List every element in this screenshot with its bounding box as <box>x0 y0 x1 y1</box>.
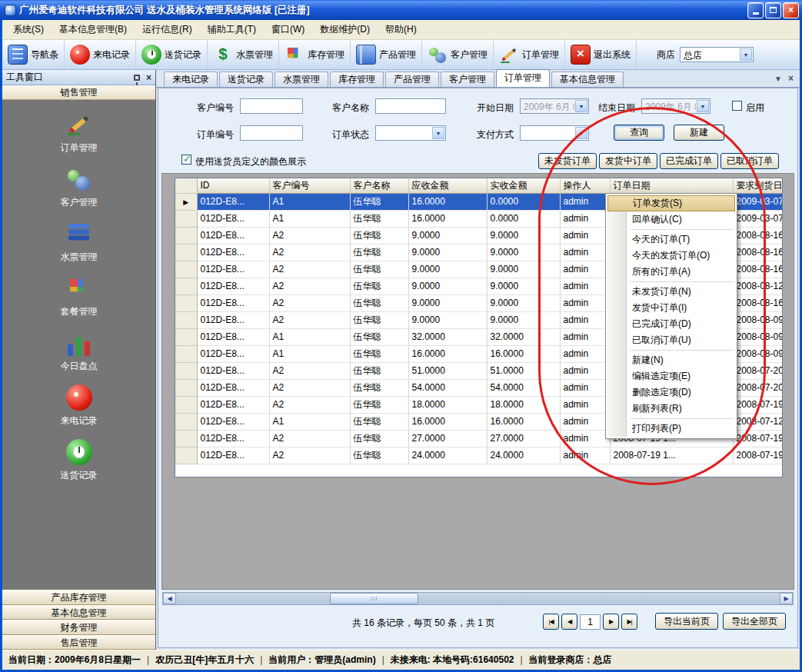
tab[interactable]: 水票管理 <box>275 72 328 87</box>
row-selector[interactable] <box>175 261 197 278</box>
row-selector[interactable] <box>175 413 197 430</box>
menu-item[interactable]: 系统(S) <box>5 20 52 39</box>
close-button[interactable]: × <box>783 2 799 18</box>
context-menu-item[interactable]: 刷新列表(R) <box>607 401 735 417</box>
sidebar-item[interactable]: 水票管理 <box>2 221 155 264</box>
minimize-button[interactable] <box>747 2 764 18</box>
context-menu-item[interactable]: 打印列表(P) <box>607 421 735 437</box>
menu-item[interactable]: 基本信息管理(B) <box>52 20 135 39</box>
column-header[interactable]: 实收金额 <box>487 178 560 193</box>
context-menu-item[interactable]: 未发货订单(N) <box>607 284 735 300</box>
sidebar-section-bar[interactable]: 基本信息管理 <box>2 605 155 620</box>
row-selector[interactable] <box>175 345 197 362</box>
toolbar-button[interactable]: 退出系统 <box>565 40 637 69</box>
column-header[interactable]: ID <box>197 178 269 193</box>
row-selector[interactable] <box>175 328 197 345</box>
enable-date-checkbox[interactable] <box>732 101 742 111</box>
new-button[interactable]: 新建 <box>674 125 724 141</box>
menu-item[interactable]: 辅助工具(T) <box>200 20 264 39</box>
sidebar-item[interactable]: 来电记录 <box>2 384 155 427</box>
menu-item[interactable]: 数据维护(D) <box>312 20 378 39</box>
column-header[interactable]: 要求到货日期 <box>733 178 783 193</box>
row-selector[interactable] <box>175 294 197 311</box>
pin-icon[interactable] <box>134 75 140 81</box>
prev-page-button[interactable]: ◀ <box>561 614 577 630</box>
tab[interactable]: 基本信息管理 <box>551 72 624 87</box>
menu-item[interactable]: 帮助(H) <box>378 20 424 39</box>
tab[interactable]: 库存管理 <box>330 72 384 87</box>
sidebar-section-bar[interactable]: 售后管理 <box>2 635 155 650</box>
order-status-select[interactable]: ▼ <box>375 125 446 141</box>
row-selector[interactable] <box>175 278 197 294</box>
toolbar-button[interactable]: 送货记录 <box>136 40 208 69</box>
menu-item[interactable]: 运行信息(R) <box>135 20 200 39</box>
status-filter-button[interactable]: 未发货订单 <box>538 153 597 169</box>
row-selector[interactable] <box>175 379 197 396</box>
sidebar-section-bar[interactable]: 产品库存管理 <box>2 590 155 605</box>
store-select[interactable]: 总店 ▼ <box>680 47 754 62</box>
end-date-picker[interactable]: 2009年 6月 8日 ▼ <box>641 98 710 114</box>
toolbar-button[interactable]: 来电记录 <box>65 40 136 69</box>
first-page-button[interactable]: |◀ <box>543 614 559 630</box>
context-menu-item[interactable]: 发货中订单(I) <box>607 300 735 316</box>
row-selector[interactable] <box>175 430 197 447</box>
row-selector[interactable] <box>175 447 197 464</box>
next-page-button[interactable]: ▶ <box>603 614 619 630</box>
column-header[interactable]: 订单日期 <box>610 178 733 193</box>
sidebar-item[interactable]: 客户管理 <box>2 166 155 209</box>
column-header[interactable]: 操作人 <box>560 178 610 193</box>
row-selector[interactable] <box>175 311 197 328</box>
page-number-input[interactable] <box>580 614 601 630</box>
row-selector[interactable] <box>175 227 197 244</box>
tab-scroll-icon[interactable]: ▼ <box>774 75 782 83</box>
row-selector[interactable] <box>175 193 197 210</box>
tab[interactable]: 订单管理 <box>496 69 550 87</box>
status-filter-button[interactable]: 已取消订单 <box>720 153 779 169</box>
sidebar-section-bar[interactable]: 财务管理 <box>2 620 155 635</box>
column-header[interactable]: 客户编号 <box>269 178 350 193</box>
sidebar-item[interactable]: 套餐管理 <box>2 275 155 318</box>
context-menu-item[interactable]: 今天的发货订单(O) <box>607 248 735 264</box>
toolbar-button[interactable]: 产品管理 <box>351 40 422 69</box>
last-page-button[interactable]: ▶| <box>621 614 637 630</box>
row-selector[interactable] <box>175 396 197 413</box>
start-date-picker[interactable]: 2009年 6月 8日 ▼ <box>520 98 589 114</box>
status-filter-button[interactable]: 已完成订单 <box>660 153 718 169</box>
context-menu-item[interactable]: 删除选定项(D) <box>607 384 735 401</box>
toolbar-button[interactable]: 导航条 <box>2 40 65 69</box>
sales-section-header[interactable]: 销售管理 <box>2 85 155 100</box>
context-menu-item[interactable]: 所有的订单(A) <box>607 264 735 280</box>
tab[interactable]: 送货记录 <box>219 72 273 87</box>
column-header[interactable]: 应收金额 <box>408 178 487 193</box>
column-header[interactable]: 客户名称 <box>350 178 408 193</box>
context-menu-item[interactable]: 回单确认(C) <box>607 211 735 228</box>
context-menu-item[interactable]: 新建(N) <box>607 352 735 368</box>
query-button[interactable]: 查询 <box>614 125 664 141</box>
customer-name-input[interactable] <box>375 98 446 114</box>
sidebar-item[interactable]: 送货记录 <box>2 439 155 482</box>
context-menu-item[interactable]: 编辑选定项(E) <box>607 368 735 384</box>
scrollbar-thumb[interactable] <box>330 593 418 604</box>
sidebar-close-icon[interactable]: × <box>146 72 151 83</box>
sidebar-item[interactable]: 今日盘点 <box>2 330 155 373</box>
context-menu-item[interactable]: 订单发货(S) <box>607 195 735 211</box>
context-menu-item[interactable]: 已取消订单(U) <box>607 332 735 348</box>
pay-method-select[interactable]: ▼ <box>520 125 589 141</box>
row-selector[interactable] <box>175 244 197 261</box>
scrollbar-track[interactable] <box>176 593 780 604</box>
row-selector[interactable] <box>175 362 197 379</box>
context-menu-item[interactable]: 已完成订单(D) <box>607 316 735 332</box>
menu-item[interactable]: 窗口(W) <box>264 20 312 39</box>
toolbar-button[interactable]: 客户管理 <box>422 40 494 69</box>
toolbar-button[interactable]: 库存管理 <box>279 40 351 69</box>
status-filter-button[interactable]: 发货中订单 <box>599 153 657 169</box>
sidebar-item[interactable]: 订单管理 <box>2 111 155 155</box>
context-menu-item[interactable]: 今天的订单(T) <box>607 231 735 248</box>
order-no-input[interactable] <box>240 125 303 141</box>
row-selector[interactable] <box>175 210 197 227</box>
scroll-right-button[interactable]: ▶ <box>780 593 793 604</box>
toolbar-button[interactable]: 订单管理 <box>494 40 565 69</box>
customer-no-input[interactable] <box>240 98 303 114</box>
tab[interactable]: 来电记录 <box>164 72 218 87</box>
tab-close-icon[interactable]: × <box>788 73 794 84</box>
